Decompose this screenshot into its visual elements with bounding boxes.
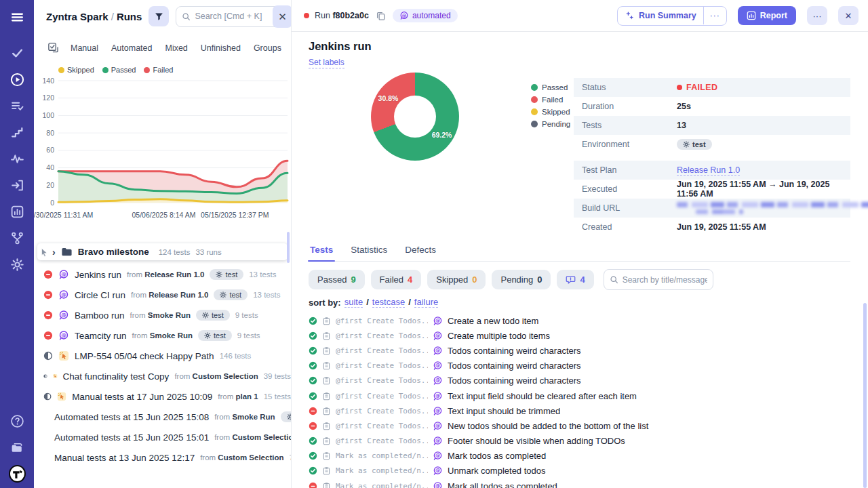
detail-row-created: CreatedJun 19, 2025 11:55 AM — [574, 218, 850, 237]
in-progress-status-icon — [43, 371, 47, 381]
test-plan-link[interactable]: Release Run 1.0 — [677, 165, 740, 176]
tab-tests[interactable]: Tests — [310, 245, 333, 261]
runs-list: @Jenkins runfrom Release Run 1.0test13 t… — [34, 263, 291, 468]
test-row[interactable]: @first Create Todos...@New todos should … — [309, 418, 850, 433]
sort-by-suite[interactable]: suite — [344, 297, 363, 308]
run-row[interactable]: LMP-554 05/04 check Happy Path146 tests — [42, 346, 291, 366]
automated-badge[interactable]: @ automated — [393, 9, 458, 22]
analytics-pulse-icon[interactable] — [9, 151, 24, 166]
run-row-from: from Custom Selection — [214, 433, 291, 441]
automated-icon: @ — [433, 361, 443, 371]
svg-text:@: @ — [435, 483, 440, 488]
runs-tab-mixed[interactable]: Mixed — [165, 43, 187, 53]
filter-chip-pending[interactable]: Pending 0 — [492, 270, 551, 289]
reports-chart-icon[interactable] — [9, 204, 24, 219]
settings-gear-icon[interactable] — [9, 257, 24, 272]
test-row[interactable]: @first Create Todos...@Todos containing … — [309, 373, 850, 388]
runs-search[interactable] — [176, 6, 281, 27]
integrations-branch-icon[interactable] — [9, 230, 24, 245]
run-row[interactable]: @Automated tests at 15 Jun 2025 15:08fro… — [42, 407, 291, 427]
search-icon — [182, 12, 191, 21]
filter-button[interactable] — [149, 6, 169, 26]
run-row[interactable]: @Automated tests at 15 Jun 2025 15:01fro… — [42, 427, 291, 447]
breadcrumb-project[interactable]: Zyntra Spark — [46, 11, 108, 22]
run-row-from: from Custom Selection — [174, 372, 258, 380]
run-summary-more-button[interactable]: ··· — [703, 7, 726, 24]
run-summary-button[interactable]: Run Summary — [618, 7, 703, 25]
sort-by-failure[interactable]: failure — [414, 297, 438, 308]
tests-search-input[interactable] — [623, 275, 707, 285]
projects-folder-icon[interactable] — [9, 440, 24, 455]
report-button[interactable]: Report — [738, 6, 796, 25]
test-row[interactable]: Mark as completed/n...@Mark all todos as… — [309, 479, 850, 488]
passed-status-icon — [309, 392, 317, 401]
sort-by-testcase[interactable]: testcase — [372, 297, 405, 308]
run-summary-section: 69.2%30.8% PassedFailedSkippedPending St… — [309, 73, 850, 237]
test-row[interactable]: Mark as completed/n...@Mark todos as com… — [309, 449, 850, 464]
runs-tab-unfinished[interactable]: Unfinished — [201, 43, 241, 53]
run-row[interactable]: Manual tests at 13 Jun 2025 12:17from Cu… — [42, 447, 291, 468]
run-row-from: from Custom Selection — [200, 453, 283, 462]
copy-run-id-button[interactable] — [374, 9, 387, 22]
milestone-row[interactable]: › Bravo milestone 124 tests 33 runs — [37, 243, 288, 260]
import-icon[interactable] — [9, 178, 24, 192]
run-row[interactable]: @Teamcity runfrom Smoke Runtest9 tests — [42, 325, 291, 346]
app-logo[interactable] — [9, 466, 24, 481]
runs-tab-groups[interactable]: Groups — [254, 43, 281, 53]
set-labels-link[interactable]: Set labels — [309, 58, 344, 68]
svg-text:100: 100 — [42, 111, 54, 119]
tests-check-icon[interactable] — [9, 45, 24, 60]
test-row[interactable]: @first Create Todos...@Create a new todo… — [309, 313, 850, 328]
more-options-button[interactable]: ··· — [807, 6, 827, 25]
panel-close-button[interactable]: ✕ — [273, 5, 292, 28]
automated-icon: @ — [433, 375, 443, 386]
runs-play-icon[interactable] — [9, 72, 24, 87]
test-filters-row: Passed 9Failed 4Skipped 0Pending 0 4 — [309, 269, 850, 290]
run-row[interactable]: Chat functinality test Copyfrom Custom S… — [42, 366, 291, 386]
svg-text:@: @ — [435, 453, 440, 459]
passed-status-icon — [309, 346, 317, 355]
testcase-icon — [322, 346, 331, 355]
testcase-icon — [322, 331, 331, 340]
test-row[interactable]: @first Create Todos...@Text input field … — [309, 388, 850, 403]
steps-icon[interactable] — [9, 125, 24, 140]
automated-icon: @ — [58, 289, 69, 300]
filter-chip-passed[interactable]: Passed 9 — [309, 270, 365, 289]
run-row[interactable]: @Circle CI runfrom Release Run 1.0test13… — [42, 285, 291, 305]
test-title: Create a new todo item — [448, 316, 538, 326]
test-row[interactable]: @first Create Todos...@Todos containing … — [309, 359, 850, 373]
breadcrumb-page: Runs — [117, 11, 142, 22]
detail-row-status: StatusFAILED — [574, 78, 850, 97]
tab-statistics[interactable]: Statistics — [351, 245, 387, 261]
environment-badge: test — [281, 411, 291, 422]
runs-tab-automated[interactable]: Automated — [111, 43, 152, 53]
test-row[interactable]: @first Create Todos...@Footer should be … — [309, 434, 850, 449]
passed-status-icon — [309, 331, 317, 340]
run-row[interactable]: @Bamboo runfrom Smoke Runtest9 tests — [42, 305, 291, 325]
runs-search-input[interactable] — [195, 12, 275, 21]
run-detail-body: Jenkins run Set labels 69.2%30.8% Passed… — [292, 32, 868, 488]
svg-text:@: @ — [435, 332, 440, 338]
test-row[interactable]: @first Create Todos...@Text input should… — [309, 403, 850, 418]
help-icon[interactable] — [9, 413, 24, 428]
right-scrollbar-thumb[interactable] — [863, 303, 867, 488]
donut-legend: PassedFailedSkippedPending — [531, 83, 570, 237]
test-row[interactable]: @first Create Todos...@Create multiple t… — [309, 328, 850, 343]
filter-chip-failed[interactable]: Failed 4 — [371, 270, 422, 289]
run-row[interactable]: @Jenkins runfrom Release Run 1.0test13 t… — [42, 264, 291, 285]
menu-icon[interactable] — [9, 9, 24, 24]
chevron-right-icon[interactable]: › — [52, 247, 56, 257]
test-row[interactable]: Mark as completed/n...@Unmark completed … — [309, 464, 850, 479]
tab-defects[interactable]: Defects — [405, 245, 436, 261]
left-scrollbar-thumb[interactable] — [287, 232, 290, 263]
test-row[interactable]: @first Create Todos...@Todos containing … — [309, 343, 850, 358]
test-plans-icon[interactable] — [9, 98, 24, 113]
comments-filter-chip[interactable]: 4 — [557, 270, 593, 289]
close-run-button[interactable]: ✕ — [838, 6, 859, 25]
filter-chip-skipped[interactable]: Skipped 0 — [427, 270, 486, 289]
runs-tab-manual[interactable]: Manual — [71, 43, 98, 53]
run-row[interactable]: Manual tests at 17 Jun 2025 10:09from pl… — [42, 386, 291, 407]
select-all-icon[interactable] — [47, 42, 59, 54]
tests-search[interactable] — [604, 269, 713, 290]
run-row-title: Automated tests at 15 Jun 2025 15:01 — [54, 432, 209, 443]
